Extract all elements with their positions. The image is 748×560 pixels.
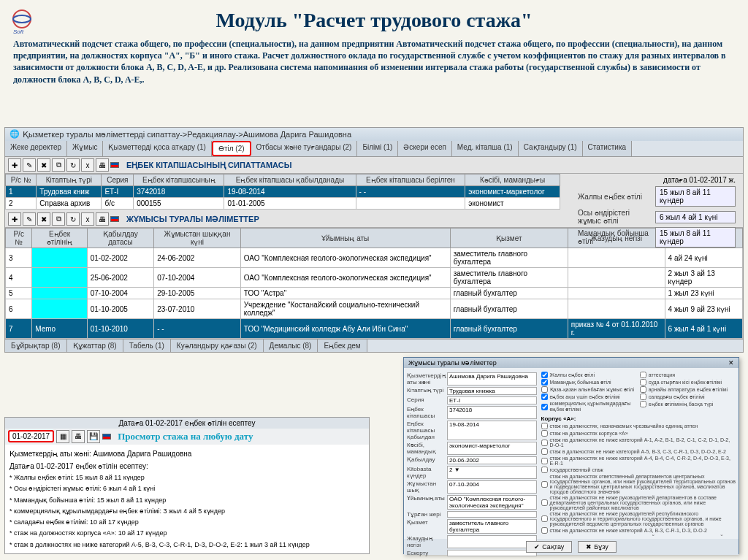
svg-text:Soft: Soft [13, 28, 24, 35]
dialog-checkboxes: Жалпы еңбек өтіліМамандық бойынша өтіліҚ… [541, 371, 736, 536]
report-print-button[interactable]: 🖶 [72, 430, 85, 443]
section1-title: ЕҢБЕК КІТАПШАСЫНЫҢ СИПАТТАМАСЫ [126, 161, 291, 170]
report-note: Просмотр стажа на любую дату [118, 431, 253, 442]
svg-point-0 [13, 10, 31, 28]
dialog-field[interactable]: ЕТ-I [447, 396, 537, 404]
app-logo: Soft [7, 6, 37, 35]
svg-point-1 [13, 15, 31, 23]
flag-icon [110, 162, 119, 168]
experience-stats: датаға 01-02-2017 ж. Жалпы еңбек өтілі15… [578, 176, 736, 250]
dialog-field[interactable] [447, 535, 537, 548]
top-tabs: Жеке деректерЖұмысҚызметтерді қоса атқар… [5, 141, 743, 157]
dialog-field[interactable]: Ашимова Дарига Рашидовна [447, 372, 537, 386]
dialog-close-icon[interactable]: ✕ [728, 359, 734, 367]
copy-button-2[interactable]: ⧉ [52, 212, 65, 226]
slide-title: Модуль "Расчет трудового стажа" [0, 0, 748, 38]
report-save-button[interactable]: 💾 [87, 430, 100, 443]
report-calc-button[interactable]: ▦ [56, 430, 69, 443]
section2-title: ЖҰМЫСЫ ТУРАЛЫ МӘЛІМЕТТЕР [126, 215, 259, 224]
dialog-field[interactable]: ОАО "Комплексная геолого-экологическая э… [447, 495, 537, 510]
dialog-field[interactable]: 19-08-2014 [447, 421, 537, 440]
tab-Өтіл (2)[interactable]: Өтіл (2) [212, 141, 251, 156]
print-button[interactable]: 🖶 [96, 158, 109, 172]
tab-Мед. кітапша (1)[interactable]: Мед. кітапша (1) [452, 141, 519, 156]
report-date-input[interactable]: 01-02-2017 [8, 430, 54, 442]
bottom-tab[interactable]: Бұйрықтар (8) [5, 340, 67, 352]
dialog-field[interactable]: 07-10-2004 [447, 480, 537, 494]
report-window: Датаға 01-02-2017 еңбек өтілін есептеу 0… [4, 417, 370, 554]
dialog-fields: Қызметкердің аты жөніАшимова Дарига Раши… [407, 371, 537, 536]
dialog-field[interactable] [447, 511, 537, 518]
slide-description: Автоматический подсчет стажа общего, по … [0, 38, 748, 93]
dialog-save-button[interactable]: ✔ Сақтау [526, 541, 572, 553]
dialog-field[interactable]: 20-06-2002 [447, 456, 537, 464]
edit-button-2[interactable]: ✎ [23, 212, 36, 226]
edit-button[interactable]: ✎ [23, 158, 36, 172]
tab-Отбасы және туғандары (2)[interactable]: Отбасы және туғандары (2) [251, 141, 358, 156]
delete-button[interactable]: ✖ [37, 158, 50, 172]
main-app-window: 🌐 Қызметкер туралы мәліметтерді сипаттау… [4, 127, 744, 353]
section1-toolbar: ✚ ✎ ✖ ⧉ ↻ x 🖶 ЕҢБЕК КІТАПШАСЫНЫҢ СИПАТТА… [5, 157, 743, 174]
tab-Жұмыс[interactable]: Жұмыс [67, 141, 103, 156]
app-icon: 🌐 [9, 129, 20, 139]
bottom-tabs: Бұйрықтар (8)Құжаттар (8)Табель (1)Куәла… [5, 339, 743, 352]
delete-button-2[interactable]: ✖ [37, 212, 50, 226]
add-button-2[interactable]: ✚ [8, 212, 21, 226]
dialog-title: Жұмысы туралы мәліметтер [408, 359, 497, 367]
print-button-2[interactable]: 🖶 [96, 212, 109, 226]
copy-button[interactable]: ⧉ [52, 158, 65, 172]
tab-Білімі (1)[interactable]: Білімі (1) [357, 141, 398, 156]
refresh-button-2[interactable]: ↻ [66, 212, 80, 226]
refresh-button[interactable]: ↻ [66, 158, 80, 172]
tab-Статистика[interactable]: Статистика [583, 141, 633, 156]
flag-icon-2 [110, 216, 119, 222]
window-titlebar: 🌐 Қызметкер туралы мәліметтерді сипаттау… [5, 128, 743, 141]
report-header: Датаға 01-02-2017 еңбек өтілін есептеу [5, 418, 369, 429]
workbook-grid[interactable]: Р/с №Кітаптың түріСерияЕңбек кітапшасыны… [5, 174, 560, 210]
dialog-field[interactable]: заместитель главного бухгалтера [447, 519, 537, 534]
dialog-field[interactable]: 2 ▼ [447, 466, 537, 479]
dialog-field[interactable] [447, 550, 537, 556]
report-body: Қызметкердің аты жөні: Ашимова Дарига Ра… [5, 445, 369, 553]
bottom-tab[interactable]: Құжаттар (8) [67, 340, 123, 352]
flag-icon-3 [102, 434, 111, 440]
dialog-cancel-button[interactable]: ✖ Бұзу [578, 541, 616, 553]
bottom-tab[interactable]: Еңбек дем [318, 340, 367, 352]
bottom-tab[interactable]: Табель (1) [123, 340, 171, 352]
tab-Әскери есеп[interactable]: Әскери есеп [398, 141, 452, 156]
dialog-field[interactable]: экономист-маркетолог [447, 442, 537, 455]
dialog-field[interactable]: Трудовая книжка [447, 387, 537, 395]
window-title: Қызметкер туралы мәліметтерді сипаттау->… [23, 130, 351, 139]
add-button[interactable]: ✚ [8, 158, 21, 172]
bottom-tab[interactable]: Демалыс (8) [264, 340, 318, 352]
excel-button-2[interactable]: x [81, 212, 94, 226]
stats-date: датаға 01-02-2017 ж. [578, 176, 736, 184]
tab-Сақтандыру (1)[interactable]: Сақтандыру (1) [519, 141, 583, 156]
excel-button[interactable]: x [81, 158, 94, 172]
tab-Қызметтерді қоса атқару (1)[interactable]: Қызметтерді қоса атқару (1) [103, 141, 212, 156]
tab-Жеке деректер[interactable]: Жеке деректер [5, 141, 67, 156]
bottom-tab[interactable]: Куәландыру қағазы (2) [171, 340, 264, 352]
work-details-dialog: Жұмысы туралы мәліметтер ✕ Қызметкердің … [403, 357, 739, 554]
dialog-field[interactable]: 3742018 [447, 406, 537, 419]
